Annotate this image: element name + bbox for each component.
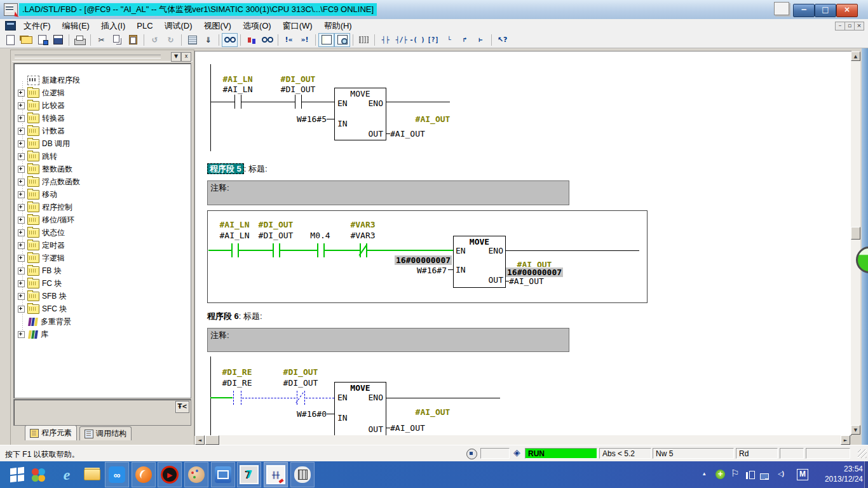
- menu-window[interactable]: 窗口(W): [277, 19, 318, 33]
- rail-button[interactable]: ⊢: [473, 33, 489, 47]
- resize-grip[interactable]: [858, 449, 867, 458]
- sidebar-item-shift-rotate[interactable]: 移位/循环: [14, 214, 191, 226]
- overview-toggle-button[interactable]: Ŧ<: [175, 401, 189, 413]
- sidebar-item-libraries[interactable]: 库: [14, 328, 191, 341]
- menu-help[interactable]: 帮助(H): [318, 19, 358, 33]
- menu-file[interactable]: 文件(F): [18, 19, 57, 33]
- view-overview-button[interactable]: [334, 33, 350, 47]
- sidebar-item-float-math[interactable]: 浮点数函数: [14, 175, 191, 188]
- glasses-button[interactable]: [259, 33, 275, 47]
- tray-safety-icon[interactable]: +: [715, 470, 725, 479]
- expand-plus-icon[interactable]: [18, 153, 25, 160]
- minimize-button[interactable]: −: [793, 4, 815, 17]
- sidebar-item-status-bits[interactable]: 状态位: [14, 226, 191, 239]
- expand-plus-icon[interactable]: [18, 166, 25, 173]
- ime-mode-icon[interactable]: M: [797, 469, 808, 480]
- menu-debug[interactable]: 调试(D): [159, 19, 198, 33]
- open-online-button[interactable]: [34, 33, 50, 47]
- expand-plus-icon[interactable]: [18, 229, 25, 236]
- tray-network-icon[interactable]: [760, 471, 769, 482]
- network-5-title-selected[interactable]: 程序段 5: [207, 163, 244, 174]
- sidebar-item-sfc-blocks[interactable]: SFC 块: [14, 302, 191, 315]
- taskbar-icon-explorer[interactable]: [80, 462, 104, 487]
- goto-prev-button[interactable]: !«: [281, 33, 297, 47]
- close-button[interactable]: ×: [836, 4, 858, 17]
- menu-view[interactable]: 视图(V): [198, 19, 237, 33]
- goto-next-button[interactable]: »!: [297, 33, 313, 47]
- symbol-info-button[interactable]: [243, 33, 259, 47]
- taskbar-icon-orange-app[interactable]: [132, 462, 156, 487]
- mdi-restore-button[interactable]: ▫: [844, 22, 855, 30]
- expand-plus-icon[interactable]: [18, 128, 25, 135]
- taskbar-icon-step7[interactable]: 7: [237, 462, 261, 487]
- expand-plus-icon[interactable]: [18, 293, 25, 300]
- move-box[interactable]: MOVE EN ENO IN OUT: [334, 382, 386, 436]
- sidebar-item-timers[interactable]: 定时器: [14, 239, 191, 252]
- menu-edit[interactable]: 编辑(E): [57, 19, 95, 33]
- sidebar-item-word-logic[interactable]: 字逻辑: [14, 252, 191, 264]
- expand-plus-icon[interactable]: [18, 179, 25, 186]
- sidebar-item-bit-logic[interactable]: 位逻辑: [14, 86, 191, 99]
- taskbar-icon-lad-editor[interactable]: ╫╫: [264, 462, 288, 487]
- expand-plus-icon[interactable]: [18, 255, 25, 262]
- ladder-editor-canvas[interactable]: #AI_LN #AI_LN #DI_OUT #DI_OUT MOVE EN EN…: [194, 51, 851, 436]
- taskbar-icon-blue-app[interactable]: ∞: [105, 462, 129, 487]
- tray-device-icon[interactable]: [746, 470, 755, 482]
- new-network-button[interactable]: [356, 33, 372, 47]
- vertical-scrollbar[interactable]: ▲ ▼: [851, 51, 860, 435]
- undo-button[interactable]: ↺: [147, 33, 163, 47]
- sidebar-item-move[interactable]: 移动: [14, 188, 191, 201]
- help-button[interactable]: ↖?: [494, 33, 510, 47]
- sidebar-item-jump[interactable]: 跳转: [14, 150, 191, 163]
- new-button[interactable]: [3, 33, 18, 47]
- network-5-header[interactable]: 程序段 5: 标题:: [207, 163, 268, 175]
- expand-plus-icon[interactable]: [18, 280, 25, 287]
- expand-plus-icon[interactable]: [18, 140, 25, 147]
- sidebar-item-integer-math[interactable]: 整数函数: [14, 163, 191, 175]
- open-branch-button[interactable]: └: [441, 33, 457, 47]
- sidebar-item-counter[interactable]: 计数器: [14, 125, 191, 137]
- mdi-system-menu-icon[interactable]: [5, 21, 16, 30]
- network-6-comment[interactable]: 注释:: [207, 328, 569, 352]
- taskbar-start-button[interactable]: [5, 462, 29, 487]
- close-branch-button[interactable]: ↱: [457, 33, 473, 47]
- taskbar-icon-s7-status[interactable]: [290, 462, 315, 487]
- expand-plus-icon[interactable]: [18, 191, 25, 198]
- taskbar-clock[interactable]: 23:54 2013/12/24: [825, 464, 863, 484]
- sidebar-item-comparator[interactable]: 比较器: [14, 99, 191, 112]
- sidebar-item-fb-blocks[interactable]: FB 块: [14, 264, 191, 277]
- show-desktop-button[interactable]: [864, 461, 868, 488]
- taskbar-icon-vmware[interactable]: [211, 462, 235, 487]
- mdi-close-button[interactable]: ×: [854, 22, 864, 30]
- menu-insert[interactable]: 插入(I): [95, 19, 131, 33]
- contact-no-button[interactable]: ┤├: [377, 33, 393, 47]
- coil-button[interactable]: -( ): [409, 33, 425, 47]
- taskbar-icon-paint[interactable]: [184, 462, 208, 487]
- network-5-comment[interactable]: 注释:: [207, 180, 569, 205]
- menu-plc[interactable]: PLC: [131, 20, 158, 32]
- expand-plus-icon[interactable]: [18, 115, 25, 122]
- sidebar-item-sfb-blocks[interactable]: SFB 块: [14, 290, 191, 302]
- sidebar-item-multi-instance[interactable]: 多重背景: [14, 315, 191, 328]
- taskbar-icon-media-player[interactable]: ▶: [158, 462, 182, 487]
- network-6-title[interactable]: 程序段 6: [207, 311, 239, 321]
- move-box[interactable]: MOVE EN ENO IN OUT: [453, 236, 506, 288]
- sidebar-item-converter[interactable]: 转换器: [14, 112, 191, 125]
- expand-plus-icon[interactable]: [18, 217, 25, 224]
- tab-program-elements[interactable]: 程序元素: [25, 425, 77, 440]
- restore-button[interactable]: □: [815, 4, 836, 17]
- hidden-icons-arrow[interactable]: ▴: [703, 470, 706, 477]
- contact-nc-button[interactable]: ┤/├: [393, 33, 409, 47]
- view-lad-button[interactable]: [318, 33, 334, 47]
- tray-flag-icon[interactable]: ⚐: [731, 468, 739, 479]
- empty-box-button[interactable]: [?]: [425, 33, 441, 47]
- copy-button[interactable]: [109, 33, 125, 47]
- close-icon[interactable]: x: [181, 52, 191, 62]
- expand-plus-icon[interactable]: [18, 102, 25, 109]
- horizontal-scrollbar[interactable]: ◄ ►: [195, 435, 850, 445]
- taskbar-icon-ie[interactable]: e: [55, 462, 79, 487]
- expand-plus-icon[interactable]: [18, 331, 25, 338]
- taskbar-icon-colorful[interactable]: [29, 462, 53, 487]
- sidebar-item-db-call[interactable]: DB 调用: [14, 137, 191, 150]
- call-structure-button[interactable]: [184, 33, 200, 47]
